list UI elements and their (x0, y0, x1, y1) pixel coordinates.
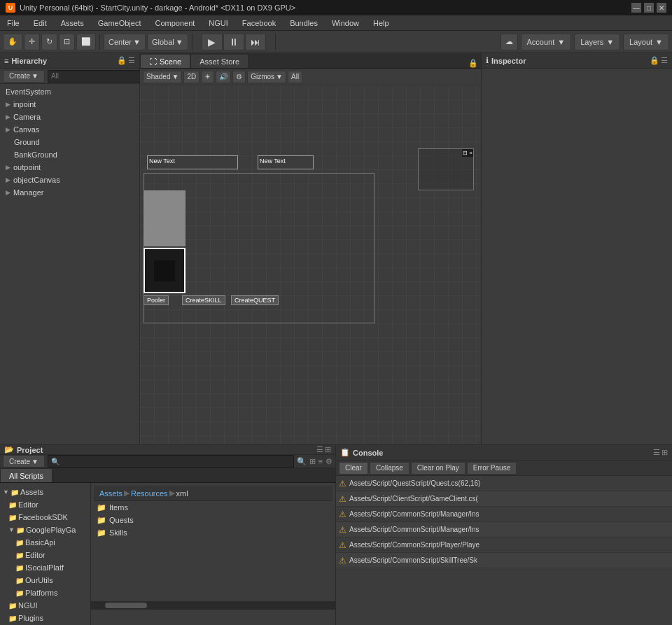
maximize-button[interactable]: □ (644, 3, 654, 13)
hierarchy-create-button[interactable]: Create ▼ (3, 70, 45, 83)
move-tool-button[interactable]: ✛ (24, 34, 40, 50)
console-clear-button[interactable]: Clear (339, 462, 368, 475)
step-button[interactable]: ⏭ (245, 34, 266, 50)
all-button[interactable]: All (288, 71, 302, 83)
hierarchy-menu-icon[interactable]: ☰ (128, 56, 135, 65)
tab-scene[interactable]: ⛶ Scene (140, 54, 190, 68)
console-menu-icon[interactable]: ☰ (653, 448, 660, 457)
menu-file[interactable]: File (0, 15, 27, 30)
play-button[interactable]: ▶ (202, 34, 223, 50)
account-dropdown[interactable]: Account ▼ (521, 34, 572, 50)
tree-item-basicapi[interactable]: 📁 BasicApi (0, 536, 90, 549)
window-controls[interactable]: — □ ✕ (631, 3, 666, 13)
tree-item-googleplay[interactable]: ▼ 📁 GooglePlayGa (0, 524, 90, 536)
menu-gameobject[interactable]: GameObject (91, 15, 148, 30)
scene-button-pooler[interactable]: Pooler (144, 295, 169, 305)
hierarchy-item-ground[interactable]: Ground (0, 136, 139, 148)
console-item-5[interactable]: ⚠ Assets/Script/CommonScript/SkillTree/S… (336, 553, 672, 568)
console-item-3[interactable]: ⚠ Assets/Script/CommonScript/Manager/Ins (336, 522, 672, 538)
console-expand-icon[interactable]: ⊞ (662, 448, 668, 457)
hierarchy-item-bankground[interactable]: BankGround (0, 148, 139, 161)
console-item-0[interactable]: ⚠ Assets/Script/QuestScript/Quest.cs(62,… (336, 476, 672, 491)
project-menu-icon[interactable]: ☰ (316, 445, 323, 454)
menu-facebook[interactable]: Facebook (235, 15, 283, 30)
menu-help[interactable]: Help (366, 15, 396, 30)
hierarchy-item-outpoint[interactable]: ▶ outpoint (0, 161, 139, 174)
tree-item-ngui[interactable]: 📁 NGUI (0, 599, 90, 612)
rotate-tool-button[interactable]: ↻ (41, 34, 57, 50)
minimize-button[interactable]: — (631, 3, 641, 13)
scene-canvas[interactable]: New Text New Text ⊟ × Pooler CreateSKILL… (140, 85, 481, 444)
lighting-button[interactable]: ☀ (201, 71, 214, 83)
cloud-button[interactable]: ☁ (500, 34, 518, 50)
console-clear-on-play-button[interactable]: Clear on Play (411, 462, 465, 475)
console-error-pause-button[interactable]: Error Pause (467, 462, 517, 475)
effects-button[interactable]: ⚙ (232, 71, 246, 83)
horizontal-scrollbar[interactable] (91, 601, 336, 610)
audio-button[interactable]: 🔊 (216, 71, 231, 83)
layout-dropdown[interactable]: Layout ▼ (623, 34, 669, 50)
filter-icon[interactable]: ⊞ (309, 457, 316, 466)
tree-item-facebookSDK[interactable]: 📁 FacebookSDK (0, 511, 90, 524)
hierarchy-lock-icon[interactable]: 🔒 (117, 56, 127, 65)
console-item-2[interactable]: ⚠ Assets/Script/CommonScript/Manager/Ins (336, 507, 672, 522)
console-collapse-button[interactable]: Collapse (370, 462, 410, 475)
menu-ngui[interactable]: NGUI (202, 15, 235, 30)
menu-window[interactable]: Window (325, 15, 366, 30)
tree-item-ourutils[interactable]: 📁 OurUtils (0, 574, 90, 587)
console-item-1[interactable]: ⚠ Assets/Script/ClientScript/GameClient.… (336, 491, 672, 507)
shading-select[interactable]: Shaded ▼ (143, 71, 182, 83)
tree-item-platforms[interactable]: 📁 Platforms (0, 587, 90, 599)
scene-object-panel-right[interactable]: ⊟ × (418, 148, 474, 190)
layers-dropdown[interactable]: Layers ▼ (574, 34, 620, 50)
settings-icon[interactable]: ⚙ (326, 457, 332, 466)
hierarchy-item-inpoint[interactable]: ▶ inpoint (0, 98, 139, 111)
hand-tool-button[interactable]: ✋ (3, 34, 22, 50)
menu-edit[interactable]: Edit (27, 15, 54, 30)
hierarchy-item-objectcanvas[interactable]: ▶ objectCanvas (0, 174, 139, 186)
inspector-menu-icon[interactable]: ☰ (661, 56, 668, 65)
console-item-4[interactable]: ⚠ Assets/Script/CommonScript/Player/Play… (336, 538, 672, 553)
view-icon[interactable]: ≡ (318, 457, 323, 465)
file-item-skills[interactable]: 📁 Skills (94, 526, 332, 539)
scale-tool-button[interactable]: ⊡ (59, 34, 75, 50)
scene-button-createquest[interactable]: CreateQUEST (231, 295, 279, 305)
scene-object-newtext1[interactable]: New Text (147, 155, 238, 169)
tree-item-plugins[interactable]: 📁 Plugins (0, 612, 90, 624)
hierarchy-item-camera[interactable]: ▶ Camera (0, 111, 139, 123)
tab-asset-store[interactable]: Asset Store (190, 54, 248, 68)
menu-assets[interactable]: Assets (54, 15, 91, 30)
file-item-items[interactable]: 📁 Items (94, 501, 332, 514)
hierarchy-item-eventsystem[interactable]: EventSystem (0, 85, 139, 98)
hierarchy-search-input[interactable] (48, 70, 144, 83)
center-button[interactable]: Center ▼ (104, 34, 146, 50)
console-message: Assets/Script/CommonScript/Manager/Ins (349, 526, 479, 533)
hierarchy-item-manager[interactable]: ▶ Manager (0, 186, 139, 199)
project-create-button[interactable]: Create ▼ (3, 455, 45, 468)
scene-button-createskill[interactable]: CreateSKILL (182, 295, 225, 305)
scene-object-newtext2[interactable]: New Text (258, 155, 314, 169)
tab-all-scripts[interactable]: All Scripts (0, 468, 52, 482)
menu-component[interactable]: Component (148, 15, 202, 30)
scene-object-dark-box[interactable] (144, 248, 186, 293)
tree-item-assets[interactable]: ▼ 📁 Assets (0, 486, 90, 498)
project-expand-icon[interactable]: ⊞ (325, 445, 331, 454)
menu-bundles[interactable]: Bundles (283, 15, 325, 30)
tree-item-editor[interactable]: 📁 Editor (0, 498, 90, 511)
breadcrumb-resources[interactable]: Resources (131, 489, 168, 498)
inspector-lock-icon[interactable]: 🔒 (650, 56, 659, 65)
tab-lock[interactable]: 🔒 (468, 59, 481, 68)
file-item-quests[interactable]: 📁 Quests (94, 514, 332, 526)
mode-2d-button[interactable]: 2D (183, 71, 200, 83)
project-search-input[interactable] (48, 455, 294, 468)
pause-button[interactable]: ⏸ (223, 34, 244, 50)
scene-object-gray-box[interactable] (144, 190, 186, 246)
tree-item-isocialpLatf[interactable]: 📁 ISocialPlatf (0, 561, 90, 574)
rect-tool-button[interactable]: ⬜ (76, 34, 96, 50)
close-button[interactable]: ✕ (657, 3, 666, 13)
breadcrumb-assets[interactable]: Assets (99, 489, 122, 498)
gizmos-button[interactable]: Gizmos ▼ (247, 71, 286, 83)
hierarchy-item-canvas[interactable]: ▶ Canvas (0, 123, 139, 136)
global-button[interactable]: Global ▼ (147, 34, 188, 50)
tree-item-editor2[interactable]: 📁 Editor (0, 549, 90, 561)
